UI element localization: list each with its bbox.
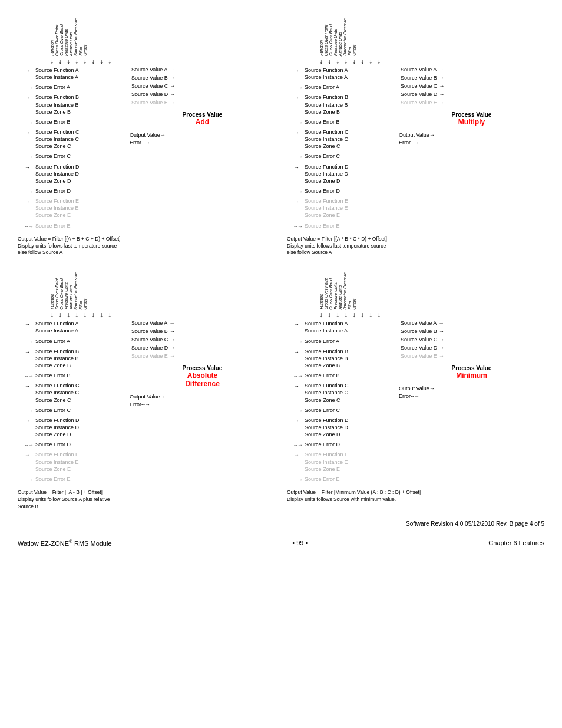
diagram-add-right: Source Value A → Source Value B → Source… bbox=[127, 67, 275, 232]
m-value-d-arrow: → bbox=[439, 91, 444, 97]
abs-error-arrow: --→ bbox=[141, 401, 150, 407]
diagram-min-outputs: Output Value → Error --→ bbox=[399, 386, 544, 399]
m-source-d-line2: Source Instance D bbox=[305, 170, 396, 177]
down-arrow-4: ↓ bbox=[75, 57, 78, 65]
abs-source-e-line1: Source Function E bbox=[35, 451, 127, 458]
abs-arrow-a-solid: → bbox=[25, 321, 30, 328]
min-value-d-arrow: → bbox=[439, 345, 444, 351]
m-down-5: ↓ bbox=[352, 57, 356, 65]
diagram-add-down-arrows: ↓ ↓ ↓ ↓ ↓ ↓ ↓ ↓ bbox=[50, 57, 275, 65]
diagram-multiply: Function Cross Over Point Cross Over Ban… bbox=[287, 12, 544, 256]
abs-arrow-d-dashed: --→ bbox=[25, 442, 34, 449]
min-error-label: Error bbox=[399, 393, 411, 399]
source-e-line3: Source Zone E bbox=[35, 212, 127, 219]
diagram-add-caption: Output Value = Filter [(A + B + C + D) +… bbox=[18, 236, 271, 257]
m-source-d-error: Source Error D bbox=[305, 187, 396, 195]
down-arrow-7: ↓ bbox=[100, 57, 103, 65]
down-arrow-2: ↓ bbox=[58, 57, 62, 65]
software-revision: Software Revision 4.0 05/12/2010 Rev. B … bbox=[18, 519, 544, 529]
arrow-a-solid: → bbox=[25, 67, 30, 74]
source-a-error: Source Error A bbox=[35, 84, 127, 91]
add-caption-3: else follow Source A bbox=[18, 249, 271, 256]
m-arrow-a-solid: → bbox=[294, 67, 299, 74]
min-value-a-label: Source Value A bbox=[401, 320, 437, 326]
diagram-abs-outputs: Output Value → Error --→ bbox=[130, 394, 275, 407]
m-down-3: ↓ bbox=[336, 57, 339, 65]
m-source-d-error-group: --→ Source Error D bbox=[305, 187, 396, 195]
min-down-7: ↓ bbox=[369, 311, 372, 319]
source-b-error-group: --→ Source Error B bbox=[35, 118, 127, 126]
source-c-line2: Source Instance C bbox=[35, 136, 127, 143]
diagram-multiply-down-arrows: ↓ ↓ ↓ ↓ ↓ ↓ ↓ ↓ bbox=[319, 57, 544, 65]
arrow-c-solid: → bbox=[25, 129, 30, 136]
abs-source-b-error: Source Error B bbox=[35, 372, 127, 379]
source-e-group: → Source Function E Source Instance E So… bbox=[35, 197, 127, 219]
abs-value-a-row: Source Value A → bbox=[130, 320, 275, 326]
label-altitude-units: Altitude Units bbox=[69, 32, 73, 56]
diagram-min-right: Source Value A → Source Value B → Source… bbox=[396, 320, 544, 486]
diagram-multiply-caption: Output Value = Filter [(A * B * C * D) +… bbox=[287, 236, 540, 257]
label-crossover-band: Cross Over Band bbox=[59, 24, 64, 56]
source-a-line2: Source Instance A bbox=[35, 74, 127, 81]
diagram-multiply-labels: Function Cross Over Point Cross Over Ban… bbox=[319, 12, 544, 56]
min-source-c-line1: Source Function C bbox=[305, 382, 396, 389]
source-c-line3: Source Zone C bbox=[35, 143, 127, 150]
m-arrow-c-solid: → bbox=[294, 129, 299, 136]
value-b-arrow: → bbox=[170, 75, 175, 81]
min-output-value-arrow: → bbox=[429, 386, 435, 391]
abs-value-b-row: Source Value B → bbox=[130, 328, 275, 334]
m-value-b-row: Source Value B → bbox=[399, 75, 544, 81]
diagram-add-labels: Function Cross Over Point Cross Over Ban… bbox=[50, 12, 275, 56]
min-value-d-row: Source Value D → bbox=[399, 345, 544, 351]
pv-add-label: Process Value bbox=[130, 111, 275, 118]
min-arrow-e-solid: → bbox=[294, 452, 299, 459]
source-d-line2: Source Instance D bbox=[35, 170, 127, 177]
abs-down-2: ↓ bbox=[58, 311, 62, 319]
min-down-5: ↓ bbox=[352, 311, 356, 319]
footer-product-name: Watlow EZ-ZONE® RMS Module bbox=[18, 539, 112, 547]
abs-down-7: ↓ bbox=[100, 311, 103, 319]
down-arrow-3: ↓ bbox=[67, 57, 70, 65]
m-source-e-line2: Source Instance E bbox=[305, 205, 396, 212]
m-source-c-line2: Source Instance C bbox=[305, 136, 396, 143]
source-b-line3: Source Zone B bbox=[35, 108, 127, 116]
abs-source-d-error-group: --→ Source Error D bbox=[35, 441, 127, 448]
abs-label-filter: Filter bbox=[78, 301, 82, 310]
min-source-d-error-group: --→ Source Error D bbox=[305, 441, 396, 448]
source-b-line1: Source Function B bbox=[35, 94, 127, 101]
source-e-error-group: --→ Source Error E bbox=[35, 222, 127, 229]
min-value-e-arrow: → bbox=[439, 353, 444, 359]
diagram-abs-caption: Output Value = Filter [| A - B | + Offse… bbox=[18, 489, 271, 510]
m-source-e-error: Source Error E bbox=[305, 222, 396, 229]
abs-arrow-a-dashed: --→ bbox=[25, 338, 34, 345]
min-down-4: ↓ bbox=[344, 311, 348, 319]
abs-source-a-line1: Source Function A bbox=[35, 320, 127, 327]
label-offset: Offset bbox=[83, 45, 87, 56]
arrow-e-solid: → bbox=[25, 198, 30, 205]
m-value-b-label: Source Value B bbox=[401, 75, 437, 81]
m-arrow-c-dashed: --→ bbox=[294, 153, 303, 160]
abs-label-altitude-units: Altitude Units bbox=[69, 285, 73, 309]
min-down-2: ↓ bbox=[328, 311, 331, 319]
min-error-arrow: --→ bbox=[411, 393, 419, 399]
min-source-b-line1: Source Function B bbox=[305, 348, 396, 355]
abs-source-d-group: → Source Function D Source Instance D So… bbox=[35, 417, 127, 438]
abs-source-a-error-group: --→ Source Error A bbox=[35, 338, 127, 345]
abs-value-e-row: Source Value E → bbox=[130, 353, 275, 359]
diagram-abs-sources: → Source Function A Source Instance A --… bbox=[24, 320, 127, 486]
min-label-baro-pressure: Barometric Pressure bbox=[343, 272, 347, 310]
abs-source-a-line2: Source Instance A bbox=[35, 327, 127, 334]
diagram-abs-header: Function Cross Over Point Cross Over Ban… bbox=[18, 265, 275, 319]
m-arrow-e-dashed: --→ bbox=[294, 223, 303, 230]
abs-label-offset: Offset bbox=[83, 299, 87, 310]
abs-down-1: ↓ bbox=[50, 311, 54, 319]
m-source-c-group: → Source Function C Source Instance C So… bbox=[305, 129, 396, 150]
down-arrow-8: ↓ bbox=[108, 57, 111, 65]
source-e-line2: Source Instance E bbox=[35, 205, 127, 212]
value-e-arrow: → bbox=[170, 100, 175, 106]
min-down-3: ↓ bbox=[336, 311, 339, 319]
m-down-6: ↓ bbox=[361, 57, 364, 65]
arrow-b-dashed: --→ bbox=[25, 119, 34, 126]
abs-source-d-line3: Source Zone D bbox=[35, 431, 127, 438]
diagram-multiply-header: Function Cross Over Point Cross Over Ban… bbox=[287, 12, 544, 65]
